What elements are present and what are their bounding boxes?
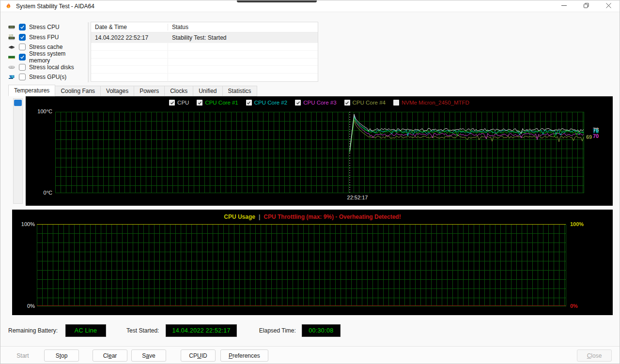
y-axis-max-label: 100°C bbox=[26, 108, 52, 114]
title-separator: | bbox=[259, 213, 260, 220]
legend-checkbox[interactable] bbox=[393, 100, 399, 106]
column-header-status[interactable]: Status bbox=[168, 24, 318, 30]
preferences-button[interactable]: Preferences bbox=[220, 349, 268, 362]
stress-checkbox[interactable] bbox=[19, 54, 26, 61]
legend-label: CPU Core #3 bbox=[303, 100, 336, 106]
start-button[interactable]: Start bbox=[5, 349, 40, 362]
x-axis-time-label: 22:52:17 bbox=[343, 195, 372, 200]
y-axis-min-label: 0°C bbox=[26, 190, 52, 196]
window-title: System Stability Test - AIDA64 bbox=[16, 3, 94, 10]
legend-checkbox[interactable] bbox=[344, 100, 350, 106]
log-row-empty bbox=[91, 73, 318, 81]
usage-y-min-label: 0% bbox=[15, 303, 35, 309]
chart-vertical-scrollbar[interactable] bbox=[13, 98, 23, 204]
usage-y-max-label: 100% bbox=[15, 221, 35, 227]
close-window-button[interactable] bbox=[597, 0, 620, 12]
elapsed-time-value: 00:30:08 bbox=[302, 324, 341, 337]
minimize-button[interactable] bbox=[553, 0, 575, 12]
log-row-empty bbox=[91, 58, 318, 66]
legend-label: CPU Core #2 bbox=[254, 100, 287, 106]
disk-icon bbox=[7, 63, 16, 71]
stress-option[interactable]: Stress CPU bbox=[7, 22, 87, 32]
current-value-label: 69 bbox=[586, 134, 592, 140]
tab-clocks[interactable]: Clocks bbox=[164, 86, 193, 96]
usage-right-min-label: 0% bbox=[570, 303, 578, 309]
stress-option[interactable]: Stress GPU(s) bbox=[7, 72, 87, 82]
app-window: System Stability Test - AIDA64 Stress CP… bbox=[0, 0, 620, 364]
log-table: Date & TimeStatus14.04.2022 22:52:17Stab… bbox=[91, 22, 318, 82]
chart-scrollbar-handle[interactable] bbox=[14, 100, 22, 106]
legend-checkbox[interactable] bbox=[197, 100, 202, 106]
stress-option[interactable]: 123Stress FPU bbox=[7, 32, 87, 43]
temperature-plot bbox=[55, 112, 584, 193]
app-flame-icon bbox=[5, 2, 12, 10]
tab-powers[interactable]: Powers bbox=[134, 86, 165, 96]
legend-checkbox[interactable] bbox=[169, 100, 175, 106]
cpu-icon bbox=[7, 23, 16, 31]
legend-item[interactable]: NVMe Micron_2450_MTFD bbox=[393, 100, 469, 106]
cpuid-button[interactable]: CPUID bbox=[181, 349, 216, 362]
legend-item[interactable]: CPU Core #1 bbox=[197, 100, 238, 106]
stress-checkbox[interactable] bbox=[19, 64, 26, 71]
fpu-icon: 123 bbox=[7, 33, 16, 41]
save-button[interactable]: Save bbox=[131, 349, 166, 362]
tab-cooling-fans[interactable]: Cooling Fans bbox=[55, 86, 101, 96]
cache-icon bbox=[7, 43, 16, 51]
restore-button[interactable] bbox=[575, 0, 597, 12]
log-table-header: Date & TimeStatus bbox=[91, 22, 318, 32]
stress-options-scrollbar[interactable] bbox=[88, 22, 89, 82]
stress-option-label: Stress FPU bbox=[29, 34, 59, 41]
tab-unified[interactable]: Unified bbox=[193, 86, 222, 96]
stress-option-label: Stress GPU(s) bbox=[29, 74, 66, 80]
clear-button[interactable]: Clear bbox=[93, 349, 127, 362]
series-cpu-core-3 bbox=[350, 117, 584, 152]
legend-item[interactable]: CPU Core #2 bbox=[246, 100, 287, 106]
restore-icon bbox=[584, 2, 589, 10]
stress-checkbox[interactable] bbox=[19, 24, 26, 30]
legend-checkbox[interactable] bbox=[246, 100, 252, 106]
cpu-usage-chart-title: CPU Usage | CPU Throttling (max: 9%) - O… bbox=[12, 213, 613, 220]
stress-option-label: Stress system memory bbox=[29, 50, 87, 64]
battery-label: Remaining Battery: bbox=[8, 327, 58, 334]
stress-options: Stress CPU123Stress FPUStress cacheStres… bbox=[7, 22, 87, 82]
legend-item[interactable]: CPU bbox=[169, 100, 189, 106]
log-row[interactable]: 14.04.2022 22:52:17Stability Test: Start… bbox=[91, 32, 318, 43]
stress-checkbox[interactable] bbox=[19, 44, 26, 50]
legend-item[interactable]: CPU Core #4 bbox=[344, 100, 386, 106]
cpu-throttling-line bbox=[37, 305, 566, 306]
log-row-empty bbox=[91, 50, 318, 58]
stress-option-label: Stress CPU bbox=[29, 24, 60, 30]
series-cpu-core-4 bbox=[350, 120, 584, 153]
series-cpu-core-2 bbox=[350, 116, 584, 152]
temperature-grid bbox=[55, 112, 584, 193]
battery-value: AC Line bbox=[65, 324, 106, 337]
tab-temperatures[interactable]: Temperatures bbox=[8, 85, 55, 96]
legend-label: CPU Core #4 bbox=[353, 100, 386, 106]
elapsed-time-label: Elapsed Time: bbox=[259, 327, 296, 334]
tab-statistics[interactable]: Statistics bbox=[222, 86, 257, 96]
svg-text:123: 123 bbox=[9, 34, 13, 37]
stop-button[interactable]: Stop bbox=[44, 349, 79, 362]
column-header-datetime[interactable]: Date & Time bbox=[91, 24, 168, 30]
stress-option-label: Stress cache bbox=[29, 44, 62, 50]
tab-voltages[interactable]: Voltages bbox=[100, 86, 134, 96]
usage-right-max-label: 100% bbox=[570, 221, 584, 227]
legend-label: CPU bbox=[177, 100, 189, 106]
gpu-icon bbox=[7, 73, 16, 81]
cpu-usage-line bbox=[37, 224, 566, 225]
stress-option[interactable]: Stress system memory bbox=[7, 52, 87, 62]
close-button[interactable]: Close bbox=[577, 349, 612, 362]
status-bar: Remaining Battery: AC Line Test Started:… bbox=[0, 315, 620, 346]
legend-checkbox[interactable] bbox=[295, 100, 301, 106]
test-started-label: Test Started: bbox=[126, 327, 159, 334]
stress-checkbox[interactable] bbox=[19, 34, 26, 41]
minimize-icon bbox=[561, 2, 567, 10]
legend-label: CPU Core #1 bbox=[205, 100, 238, 106]
series-cpu bbox=[350, 114, 584, 151]
current-value-label: 70 bbox=[593, 133, 599, 139]
close-icon bbox=[606, 2, 611, 10]
legend-label: NVMe Micron_2450_MTFD bbox=[402, 100, 469, 106]
legend-item[interactable]: CPU Core #3 bbox=[295, 100, 336, 106]
stress-checkbox[interactable] bbox=[19, 74, 26, 80]
screen-artifact bbox=[237, 0, 317, 2]
